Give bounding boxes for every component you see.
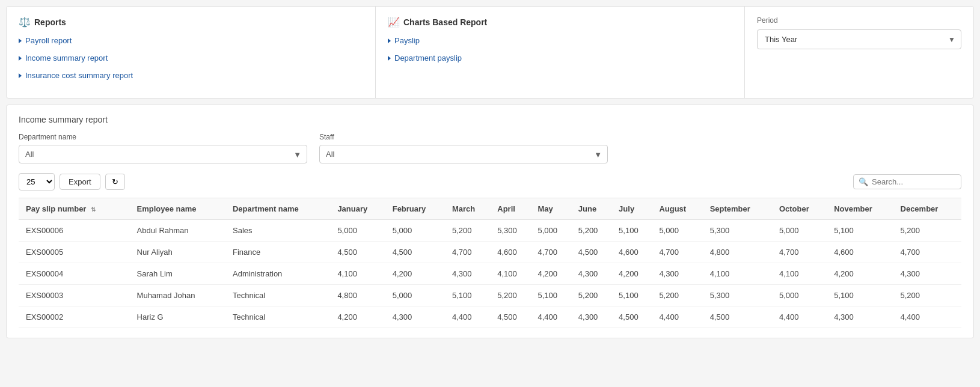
table-cell: 4,300 <box>388 306 447 328</box>
table-cell: 5,200 <box>654 285 705 306</box>
table-cell: 4,300 <box>574 263 614 285</box>
col-department: Department name <box>228 198 332 220</box>
toolbar-left: 25 50 100 Export ↻ <box>19 173 125 190</box>
table-cell: 5,000 <box>654 220 705 242</box>
col-jul: July <box>614 198 654 220</box>
col-jun: June <box>574 198 614 220</box>
table-row: EXS00002Hariz GTechnical4,2004,3004,4004… <box>19 306 961 328</box>
col-apr: April <box>492 198 533 220</box>
table-body: EXS00006Abdul RahmanSales5,0005,0005,200… <box>19 220 961 328</box>
table-cell: Abdul Rahman <box>132 220 228 242</box>
col-employee: Employee name <box>132 198 228 220</box>
table-cell: 4,400 <box>533 306 574 328</box>
table-row: EXS00003Muhamad JohanTechnical4,8005,000… <box>19 285 961 306</box>
table-cell: 5,100 <box>614 220 654 242</box>
table-cell: 4,500 <box>388 242 447 263</box>
table-cell: Muhamad Johan <box>132 285 228 306</box>
table-cell: 5,000 <box>388 285 447 306</box>
page-size-select[interactable]: 25 50 100 <box>19 173 55 190</box>
table-cell: 4,600 <box>829 242 895 263</box>
table-cell: Nur Aliyah <box>132 242 228 263</box>
period-section: Period This Year Last Year This Month La… <box>745 7 973 98</box>
department-filter: Department name All Sales Finance Admini… <box>19 133 307 163</box>
table-cell: 4,100 <box>774 263 829 285</box>
table-cell: 5,300 <box>705 285 774 306</box>
col-feb: February <box>388 198 447 220</box>
col-sep: September <box>705 198 774 220</box>
table-cell: EXS00006 <box>19 220 132 242</box>
search-icon: 🔍 <box>859 177 868 186</box>
staff-select[interactable]: All Abdul Rahman Nur Aliyah Sarah Lim Mu… <box>319 145 608 163</box>
table-cell: 4,300 <box>574 306 614 328</box>
table-cell: 5,100 <box>829 285 895 306</box>
top-panel: ⚖️ Reports Payroll report Income summary… <box>6 6 974 99</box>
table-cell: 5,200 <box>574 220 614 242</box>
table-cell: 5,000 <box>388 220 447 242</box>
table-cell: Technical <box>228 306 332 328</box>
sidebar-item-income-summary[interactable]: Income summary report <box>19 53 363 62</box>
table-cell: 4,100 <box>705 263 774 285</box>
table-header-row: Pay slip number ⇅ Employee name Departme… <box>19 198 961 220</box>
department-select[interactable]: All Sales Finance Administration Technic… <box>19 145 307 163</box>
sort-icon[interactable]: ⇅ <box>91 206 96 213</box>
col-payslip: Pay slip number ⇅ <box>19 198 132 220</box>
table-cell: 4,800 <box>332 285 387 306</box>
table-cell: Sarah Lim <box>132 263 228 285</box>
chart-icon: 📈 <box>388 16 400 28</box>
export-button[interactable]: Export <box>60 174 100 190</box>
arrow-icon <box>388 56 391 61</box>
reports-icon: ⚖️ <box>19 16 31 28</box>
charts-title: 📈 Charts Based Report <box>388 16 732 28</box>
sidebar-item-department-payslip[interactable]: Department payslip <box>388 53 732 62</box>
search-wrapper: 🔍 <box>853 174 961 189</box>
toolbar: 25 50 100 Export ↻ 🔍 <box>19 173 961 190</box>
main-content: Income summary report Department name Al… <box>6 105 974 338</box>
sidebar-item-payslip[interactable]: Payslip <box>388 36 732 45</box>
table-cell: 4,200 <box>332 306 387 328</box>
income-table: Pay slip number ⇅ Employee name Departme… <box>19 198 961 328</box>
table-cell: 4,300 <box>829 306 895 328</box>
sidebar-item-payroll[interactable]: Payroll report <box>19 36 363 45</box>
col-may: May <box>533 198 574 220</box>
table-cell: 4,600 <box>614 242 654 263</box>
arrow-icon <box>19 73 22 78</box>
table-cell: 4,300 <box>654 263 705 285</box>
table-cell: 4,400 <box>447 306 492 328</box>
period-select[interactable]: This Year Last Year This Month Last Mont… <box>757 29 961 49</box>
table-cell: EXS00004 <box>19 263 132 285</box>
table-cell: 5,100 <box>614 285 654 306</box>
table-cell: 4,200 <box>533 263 574 285</box>
reports-title: ⚖️ Reports <box>19 16 363 28</box>
table-cell: 5,100 <box>533 285 574 306</box>
table-cell: 4,500 <box>492 306 533 328</box>
reports-section: ⚖️ Reports Payroll report Income summary… <box>7 7 376 98</box>
table-cell: 4,600 <box>492 242 533 263</box>
staff-filter: Staff All Abdul Rahman Nur Aliyah Sarah … <box>319 133 608 163</box>
staff-label: Staff <box>319 133 608 141</box>
col-aug: August <box>654 198 705 220</box>
col-dec: December <box>896 198 961 220</box>
table-cell: 5,100 <box>447 285 492 306</box>
sidebar-item-insurance[interactable]: Insurance cost summary report <box>19 71 363 80</box>
table-cell: 4,200 <box>829 263 895 285</box>
col-oct: October <box>774 198 829 220</box>
period-select-wrapper: This Year Last Year This Month Last Mont… <box>757 29 961 49</box>
toolbar-right: 🔍 <box>853 174 961 189</box>
search-input[interactable] <box>872 177 956 186</box>
table-cell: 4,700 <box>533 242 574 263</box>
table-cell: 4,500 <box>332 242 387 263</box>
table-cell: 5,200 <box>896 220 961 242</box>
arrow-icon <box>19 38 22 43</box>
period-label: Period <box>757 16 961 25</box>
table-cell: 5,100 <box>829 220 895 242</box>
filters-row: Department name All Sales Finance Admini… <box>19 133 961 163</box>
table-cell: Finance <box>228 242 332 263</box>
arrow-icon <box>388 38 391 43</box>
table-cell: Technical <box>228 285 332 306</box>
refresh-button[interactable]: ↻ <box>105 174 125 190</box>
col-jan: January <box>332 198 387 220</box>
table-cell: 5,200 <box>447 220 492 242</box>
table-row: EXS00005Nur AliyahFinance4,5004,5004,700… <box>19 242 961 263</box>
table-cell: 5,200 <box>492 285 533 306</box>
table-cell: 4,300 <box>447 263 492 285</box>
